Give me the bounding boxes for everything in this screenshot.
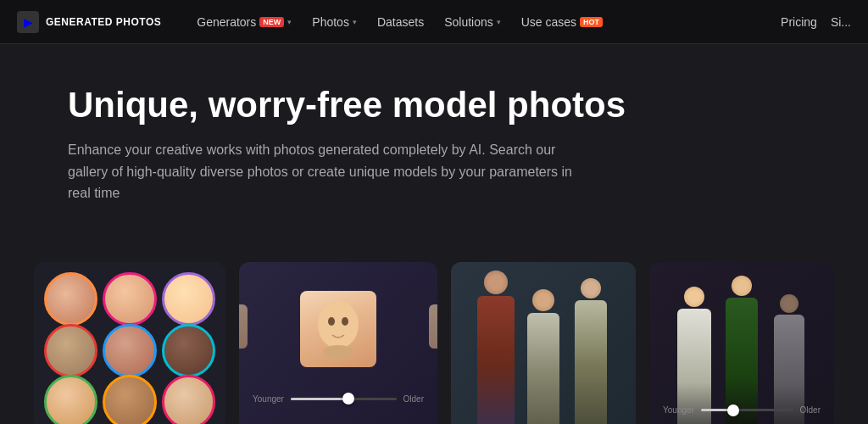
svg-point-1 <box>328 317 335 326</box>
chevron-icon: ▾ <box>287 18 292 26</box>
logo-text: GENERATED PHOTOS <box>46 16 161 28</box>
human-head <box>532 289 554 311</box>
face-gen-preview <box>253 291 424 374</box>
faces-grid <box>44 272 215 421</box>
nav-right: Pricing Si... <box>781 15 851 29</box>
badge-hot: Hot <box>580 17 603 27</box>
face-avatar <box>103 375 156 424</box>
pricing-link[interactable]: Pricing <box>781 15 817 29</box>
hero-section: Unique, worry-free model photos Enhance … <box>0 44 868 262</box>
face-avatar <box>44 272 97 326</box>
chevron-icon: ▾ <box>353 18 357 26</box>
face-gen-small-right <box>429 304 437 349</box>
face-gen-main <box>300 291 376 367</box>
svg-point-0 <box>318 301 359 349</box>
nav-item-use-cases[interactable]: Use cases Hot <box>513 10 611 34</box>
hg-figure-1 <box>672 287 716 424</box>
navbar: ▶ GENERATED PHOTOS Generators New ▾ Phot… <box>0 0 868 44</box>
human-head <box>484 271 508 294</box>
face-avatar <box>103 272 156 326</box>
hg-figure-2 <box>720 276 764 424</box>
humans-card[interactable] <box>451 262 636 424</box>
human-head <box>581 278 601 298</box>
face-gen-small-left <box>239 304 248 349</box>
hg-age-slider[interactable] <box>701 409 793 411</box>
hg-head <box>732 276 752 296</box>
face-avatar <box>162 324 215 377</box>
age-slider-track[interactable] <box>291 398 397 400</box>
older-label: Older <box>403 394 424 404</box>
nav-items: Generators New ▾ Photos ▾ Datasets Solut… <box>188 10 781 34</box>
logo[interactable]: ▶ GENERATED PHOTOS <box>17 11 161 33</box>
signin-link[interactable]: Si... <box>831 15 851 29</box>
face-avatar <box>162 272 215 326</box>
face-illustration <box>313 299 364 359</box>
face-generator-card[interactable]: Younger Older <box>239 262 437 424</box>
logo-icon: ▶ <box>17 11 39 33</box>
face-avatar <box>162 375 215 424</box>
hg-younger-label: Younger <box>663 405 694 415</box>
slider-thumb[interactable] <box>342 393 354 404</box>
hero-title: Unique, worry-free model photos <box>68 85 661 126</box>
hero-subtitle: Enhance your creative works with photos … <box>68 139 593 204</box>
human-body <box>477 296 515 424</box>
nav-item-photos[interactable]: Photos ▾ <box>303 10 365 34</box>
face-avatar <box>44 375 97 424</box>
svg-point-3 <box>323 345 353 359</box>
human-figure-2 <box>521 289 565 424</box>
younger-label: Younger <box>253 394 284 404</box>
face-avatar <box>44 324 97 377</box>
chevron-icon: ▾ <box>497 18 501 26</box>
human-body <box>527 313 559 424</box>
faces-card[interactable] <box>34 262 225 424</box>
hg-head <box>780 294 798 313</box>
nav-item-solutions[interactable]: Solutions ▾ <box>436 10 509 34</box>
age-slider-container: Younger Older <box>253 394 424 404</box>
svg-point-2 <box>342 317 348 326</box>
hg-figure-3 <box>767 294 811 424</box>
nav-item-datasets[interactable]: Datasets <box>369 10 432 34</box>
cards-row: Younger Older <box>0 262 868 424</box>
badge-new: New <box>259 17 284 27</box>
hg-slider-thumb[interactable] <box>727 404 739 416</box>
human-figure-1 <box>474 271 518 424</box>
hg-head <box>684 287 704 307</box>
human-figure-3 <box>569 278 613 424</box>
human-body <box>575 300 607 424</box>
slider-fill <box>291 398 349 400</box>
face-avatar <box>103 324 156 377</box>
hg-slider-row: Younger Older <box>649 405 834 415</box>
human-generator-card[interactable]: Younger Older <box>649 262 834 424</box>
hg-older-label: Older <box>800 405 821 415</box>
nav-item-generators[interactable]: Generators New ▾ <box>188 10 300 34</box>
